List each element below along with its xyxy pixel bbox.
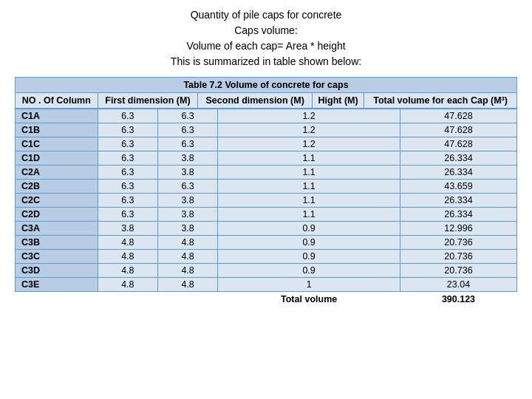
cell-total: 47.628 [400,137,516,151]
cell-second: 6.3 [157,137,217,151]
total-row: Total volume 390.123 [16,292,517,307]
cell-height: 1.2 [218,137,400,151]
cell-height: 1.2 [218,123,400,137]
cell-first: 4.8 [98,236,157,250]
cell-col: C1C [16,137,98,151]
cell-total: 47.628 [400,109,516,123]
cell-total: 20.736 [400,236,516,250]
cell-second: 6.3 [157,123,217,137]
table-row: C2A 6.3 3.8 1.1 26.334 [16,166,517,180]
cell-second: 3.8 [157,166,217,180]
cell-first: 6.3 [98,166,157,180]
col-header-no: NO . Of Column [16,93,98,109]
pile-caps-data-table: C1A 6.3 6.3 1.2 47.628 C1B 6.3 6.3 1.2 4… [15,109,517,307]
col-header-second: Second dimension (M) [198,93,313,109]
col-header-total: Total volume for each Cap (M³) [364,93,517,109]
cell-first: 6.3 [98,109,157,123]
cell-first: 3.8 [98,222,157,236]
table-title-cell: Table 7.2 Volume of concrete for caps [16,78,517,93]
table-row: C2B 6.3 6.3 1.1 43.659 [16,180,517,194]
table-row: C3E 4.8 4.8 1 23.04 [16,278,517,292]
pile-caps-table: Table 7.2 Volume of concrete for caps NO… [15,77,517,109]
cell-second: 3.8 [157,151,217,166]
cell-height: 0.9 [218,264,400,278]
cell-second: 6.3 [157,180,217,194]
cell-total: 12.996 [400,222,516,236]
cell-col: C3E [16,278,98,292]
cell-total: 20.736 [400,250,516,264]
cell-col: C1A [16,109,98,123]
table-row: C2D 6.3 3.8 1.1 26.334 [16,208,517,222]
table-row: C3D 4.8 4.8 0.9 20.736 [16,264,517,278]
cell-second: 3.8 [157,222,217,236]
cell-first: 6.3 [98,123,157,137]
cell-first: 6.3 [98,137,157,151]
cell-second: 6.3 [157,109,217,123]
cell-col: C2D [16,208,98,222]
cell-first: 6.3 [98,151,157,166]
cell-second: 3.8 [157,208,217,222]
cell-second: 4.8 [157,264,217,278]
cell-first: 6.3 [98,208,157,222]
cell-col: C1B [16,123,98,137]
cell-height: 0.9 [218,236,400,250]
table-row: C3A 3.8 3.8 0.9 12.996 [16,222,517,236]
header-section: Quantity of pile caps for concrete Caps … [171,7,361,69]
table-row: C1D 6.3 3.8 1.1 26.334 [16,151,517,166]
col-header-first: First dimension (M) [98,93,198,109]
cell-height: 1.1 [218,208,400,222]
cell-col: C2C [16,194,98,208]
cell-col: C2B [16,180,98,194]
cell-total: 26.334 [400,151,516,166]
cell-col: C3D [16,264,98,278]
header-line2: Caps volume: [171,23,361,38]
cell-first: 4.8 [98,278,157,292]
cell-height: 1.1 [218,151,400,166]
cell-first: 4.8 [98,250,157,264]
total-spacer [16,292,218,307]
cell-total: 26.334 [400,194,516,208]
table-header-row: NO . Of Column First dimension (M) Secon… [16,93,517,109]
table-row: C1A 6.3 6.3 1.2 47.628 [16,109,517,123]
cell-height: 1.1 [218,180,400,194]
table-row: C3B 4.8 4.8 0.9 20.736 [16,236,517,250]
cell-height: 0.9 [218,222,400,236]
cell-col: C2A [16,166,98,180]
table-title-row: Table 7.2 Volume of concrete for caps [16,78,517,93]
cell-first: 6.3 [98,194,157,208]
total-label: Total volume [218,292,400,307]
table-row: C1B 6.3 6.3 1.2 47.628 [16,123,517,137]
cell-height: 1 [218,278,400,292]
total-value: 390.123 [400,292,516,307]
cell-col: C3C [16,250,98,264]
cell-total: 20.736 [400,264,516,278]
table-row: C2C 6.3 3.8 1.1 26.334 [16,194,517,208]
cell-first: 6.3 [98,180,157,194]
cell-total: 43.659 [400,180,516,194]
cell-second: 4.8 [157,236,217,250]
cell-col: C3B [16,236,98,250]
cell-height: 1.1 [218,166,400,180]
cell-total: 47.628 [400,123,516,137]
cell-total: 26.334 [400,208,516,222]
cell-height: 1.2 [218,109,400,123]
header-line3: Volume of each cap= Area * height [171,38,361,54]
cell-second: 4.8 [157,250,217,264]
table-row: C3C 4.8 4.8 0.9 20.736 [16,250,517,264]
cell-col: C3A [16,222,98,236]
cell-height: 0.9 [218,250,400,264]
table-wrapper: Table 7.2 Volume of concrete for caps NO… [15,77,517,307]
cell-second: 3.8 [157,194,217,208]
data-rows: C1A 6.3 6.3 1.2 47.628 C1B 6.3 6.3 1.2 4… [16,109,517,292]
cell-col: C1D [16,151,98,166]
table-row: C1C 6.3 6.3 1.2 47.628 [16,137,517,151]
header-line4: This is summarized in table shown below: [171,54,361,69]
cell-total: 23.04 [400,278,516,292]
page: Quantity of pile caps for concrete Caps … [0,0,532,399]
col-header-height: Hight (M) [313,93,364,109]
cell-second: 4.8 [157,278,217,292]
cell-total: 26.334 [400,166,516,180]
cell-height: 1.1 [218,194,400,208]
header-line1: Quantity of pile caps for concrete [171,7,361,23]
cell-first: 4.8 [98,264,157,278]
